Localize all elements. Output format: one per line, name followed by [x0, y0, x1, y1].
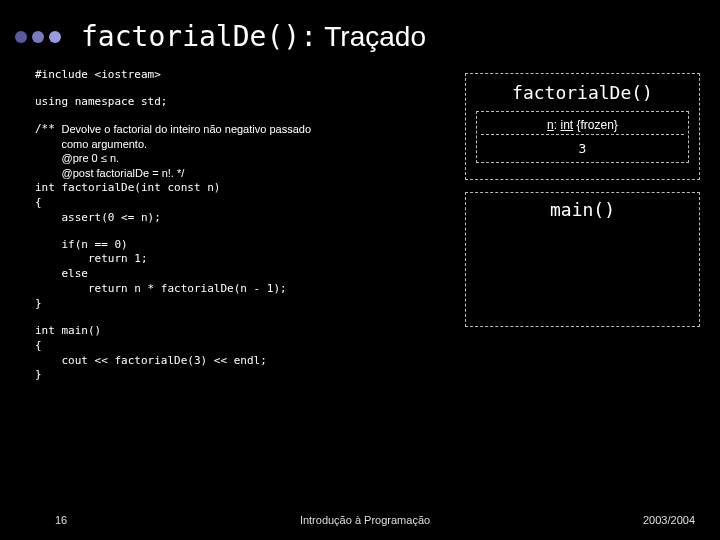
var-type: int	[560, 118, 573, 132]
dot-icon	[15, 31, 27, 43]
stack-column: factorialDe() n: int {frozen} 3 main()	[435, 68, 700, 383]
logo-dots	[15, 31, 61, 43]
slide-content: #include <iostream> using namespace std;…	[0, 68, 720, 383]
doc-line: @pre 0 ≤ n.	[62, 151, 312, 166]
code-using: using namespace std;	[35, 95, 435, 110]
frame-title: main()	[472, 199, 693, 220]
variable-value: 3	[481, 134, 684, 162]
doc-line: como argumento.	[62, 137, 312, 152]
doc-lead: /**	[35, 122, 62, 181]
title-trace: Traçado	[317, 21, 426, 52]
var-qualifier: {frozen}	[577, 118, 618, 132]
dot-icon	[49, 31, 61, 43]
code-include: #include <iostream>	[35, 68, 435, 83]
dot-icon	[32, 31, 44, 43]
doc-line: Devolve o factorial do inteiro não negat…	[62, 122, 312, 137]
footer-year: 2003/2004	[615, 514, 695, 526]
slide-title: factorialDe(): Traçado	[81, 20, 426, 53]
stack-frame-factorial: factorialDe() n: int {frozen} 3	[465, 73, 700, 180]
var-name: n	[547, 118, 554, 132]
slide-footer: 16 Introdução à Programação 2003/2004	[0, 514, 720, 526]
stack-frame-main: main()	[465, 192, 700, 327]
code-body: if(n == 0) return 1; else return n * fac…	[35, 238, 435, 312]
doc-line: @post factorialDe = n!. */	[62, 166, 312, 181]
variable-label: n: int {frozen}	[481, 118, 684, 132]
code-column: #include <iostream> using namespace std;…	[35, 68, 435, 383]
title-code: factorialDe():	[81, 20, 317, 53]
slide-header: factorialDe(): Traçado	[0, 0, 720, 68]
variable-box: n: int {frozen} 3	[476, 111, 689, 163]
footer-title: Introdução à Programação	[115, 514, 615, 526]
frame-title: factorialDe()	[472, 82, 693, 103]
code-main: int main() { cout << factorialDe(3) << e…	[35, 324, 435, 383]
slide-number: 16	[55, 514, 115, 526]
code-signature: int factorialDe(int const n) { assert(0 …	[35, 181, 435, 226]
doc-comment: /** Devolve o factorial do inteiro não n…	[35, 122, 435, 181]
